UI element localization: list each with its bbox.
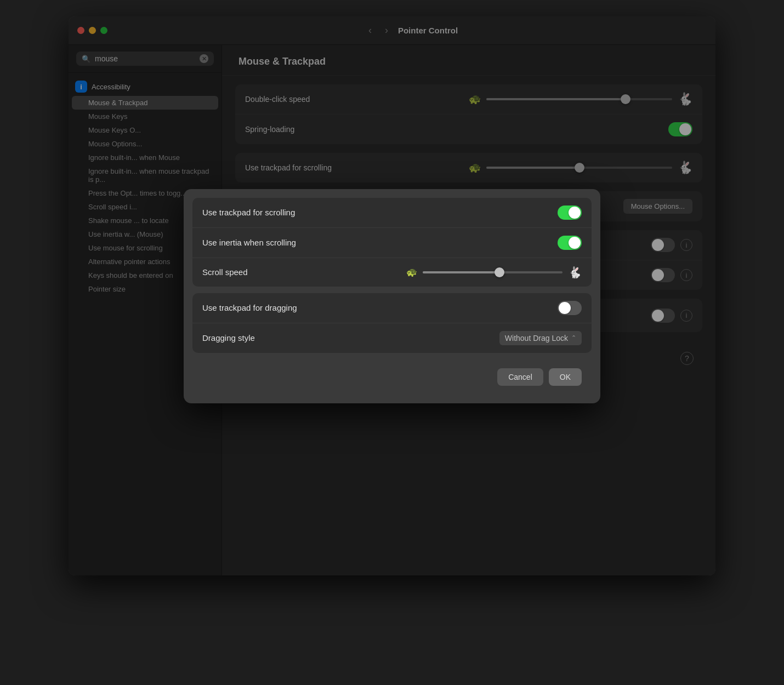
dragging-style-label: Dragging style	[202, 333, 499, 342]
inertia-scrolling-label: Use inertia when scrolling	[202, 238, 558, 247]
dragging-style-value: Without Drag Lock	[505, 334, 568, 342]
modal-dragging-section: Use trackpad for dragging Dragging style…	[192, 293, 592, 353]
scroll-speed-label: Scroll speed	[202, 267, 406, 277]
modal-footer: Cancel OK	[192, 359, 592, 395]
modal-row-trackpad-scrolling: Use trackpad for scrolling	[192, 198, 592, 228]
modal-scrolling-section: Use trackpad for scrolling Use inertia w…	[192, 198, 592, 287]
main-window: ‹ › Pointer Control 🔍 ✕ i Accessibility …	[69, 16, 715, 575]
inertia-scrolling-toggle[interactable]	[558, 236, 582, 250]
ok-button[interactable]: OK	[549, 368, 582, 386]
modal-row-scroll-speed: Scroll speed 🐢 🐇	[192, 258, 592, 287]
scroll-speed-track[interactable]	[423, 271, 563, 273]
scroll-fast-icon: 🐇	[568, 266, 582, 279]
scroll-speed-slider-section: 🐢 🐇	[406, 266, 582, 279]
scroll-slow-icon: 🐢	[406, 267, 417, 277]
dragging-style-select[interactable]: Without Drag Lock ⌃	[499, 331, 582, 345]
modal-row-trackpad-dragging: Use trackpad for dragging	[192, 293, 592, 323]
trackpad-scrolling-label: Use trackpad for scrolling	[202, 208, 558, 217]
modal-dialog: Use trackpad for scrolling Use inertia w…	[184, 189, 600, 403]
modal-row-dragging-style: Dragging style Without Drag Lock ⌃	[192, 323, 592, 353]
trackpad-scrolling-toggle[interactable]	[558, 206, 582, 220]
modal-overlay: Use trackpad for scrolling Use inertia w…	[69, 16, 715, 575]
trackpad-dragging-toggle[interactable]	[558, 301, 582, 315]
trackpad-dragging-label: Use trackpad for dragging	[202, 303, 558, 312]
modal-row-inertia-scrolling: Use inertia when scrolling	[192, 228, 592, 258]
cancel-button[interactable]: Cancel	[497, 368, 543, 386]
modal-body: Use trackpad for scrolling Use inertia w…	[184, 189, 600, 403]
chevron-down-icon: ⌃	[571, 334, 576, 341]
